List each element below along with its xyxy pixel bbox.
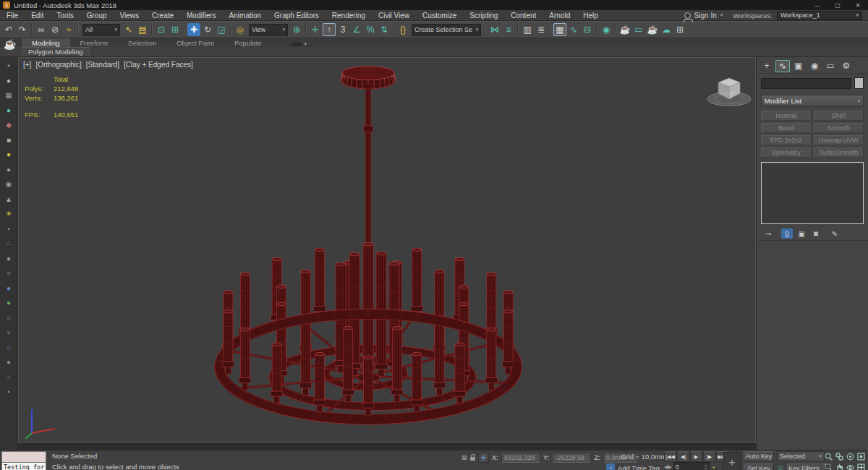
teapot-icon[interactable]: ☕ — [4, 38, 16, 50]
menu-animation[interactable]: Animation — [223, 12, 268, 20]
modifier-button-bend[interactable]: Bend — [761, 123, 812, 133]
mirror-icon[interactable]: ⋈ — [488, 23, 501, 36]
sphere-primitive-icon[interactable]: ● — [4, 75, 14, 86]
blue-ring-panel-icon[interactable]: ○ — [4, 342, 14, 353]
restore-button[interactable]: ▢ — [827, 0, 848, 10]
add-time-tag[interactable]: ◔ Add Time Tag — [606, 463, 660, 470]
tab-motion[interactable]: ◉ — [807, 60, 822, 72]
object-color-swatch[interactable] — [854, 77, 864, 89]
x-coordinate-field[interactable]: 93102,328 — [501, 453, 540, 463]
select-and-rotate-icon[interactable]: ↻ — [201, 23, 214, 36]
outline-panel-icon[interactable]: ○ — [4, 312, 14, 323]
modifier-button-turbosmooth[interactable]: TurboSmooth — [814, 148, 864, 158]
shapes-panel-icon[interactable]: ◆ — [4, 119, 14, 130]
ribbon-panel-toggle-icon[interactable]: ▪ — [4, 60, 14, 71]
state-sets-icon[interactable]: ⊞ — [673, 23, 686, 36]
pin-stack-icon[interactable]: ⊸ — [762, 228, 774, 239]
ribbon-tab-populate[interactable]: Populate — [224, 38, 272, 47]
cone-primitive-icon[interactable]: ▲ — [4, 194, 14, 205]
small-panel-icon[interactable]: ▪ — [4, 223, 14, 234]
listener-script-row[interactable]: Testing for i — [1, 463, 46, 470]
select-and-link-icon[interactable]: ∞ — [35, 23, 48, 36]
zoom-extents-all-icon[interactable] — [856, 451, 867, 462]
ribbon-tab-selection[interactable]: Selection — [118, 38, 166, 47]
named-selection-sets-dropdown[interactable]: Create Selection Se▾ — [412, 24, 481, 36]
make-unique-icon[interactable]: ▣ — [796, 228, 807, 239]
maxscript-mini-listener[interactable]: Testing for i — [1, 451, 46, 470]
rendered-frame-icon[interactable]: ▭ — [632, 23, 645, 36]
keyboard-override-icon[interactable]: ↑ — [323, 23, 336, 36]
grid-panel-icon[interactable]: ▦ — [4, 90, 14, 101]
menu-customize[interactable]: Customize — [416, 12, 463, 20]
current-frame-field[interactable]: 0 ▲▼ — [673, 462, 710, 470]
bottom-panel-icon[interactable]: ▪ — [4, 386, 14, 397]
viewcube[interactable] — [707, 78, 751, 106]
angle-snap-icon[interactable]: ∠ — [350, 23, 363, 36]
modifier-button-unwrap-uvw[interactable]: Unwrap UVW — [814, 135, 864, 145]
menu-rendering[interactable]: Rendering — [326, 12, 372, 20]
object-name-field[interactable] — [761, 78, 851, 89]
ribbon-toggle-icon[interactable]: ▦ — [553, 23, 566, 36]
modifier-button-symmetry[interactable]: Symmetry — [761, 148, 812, 158]
modifier-stack[interactable] — [761, 162, 864, 224]
maximize-viewport-icon[interactable] — [856, 462, 867, 470]
next-frame-button[interactable]: |▶ — [703, 451, 715, 462]
gray2-panel-icon[interactable]: ● — [4, 356, 14, 367]
material-editor-icon[interactable]: ◉ — [600, 23, 613, 36]
menu-help[interactable]: Help — [576, 12, 605, 20]
go-to-start-button[interactable]: |◀◀ — [664, 451, 676, 462]
percent-snap-icon[interactable]: % — [364, 23, 377, 36]
menu-graph-editors[interactable]: Graph Editors — [268, 12, 326, 20]
dark-panel-icon[interactable]: ● — [4, 327, 14, 338]
schematic-view-icon[interactable]: ⊟ — [581, 23, 594, 36]
reference-coordinate-dropdown[interactable]: View▾ — [249, 24, 288, 36]
modifier-button-normal[interactable]: Normal — [761, 111, 812, 121]
key-steps-clock-icon[interactable]: ◔ — [711, 463, 715, 470]
tab-display[interactable]: ▭ — [823, 60, 838, 72]
menu-edit[interactable]: Edit — [25, 12, 50, 20]
rectangular-selection-region-icon[interactable]: ⊡ — [155, 23, 168, 36]
dark-sphere-panel-icon[interactable]: ● — [4, 372, 14, 383]
blue-sphere-panel-icon[interactable]: ● — [4, 283, 14, 294]
dome-panel-icon[interactable]: ● — [4, 149, 14, 160]
menu-scripting[interactable]: Scripting — [463, 12, 504, 20]
box-primitive-icon[interactable]: ■ — [4, 134, 14, 145]
use-pivot-point-icon[interactable]: ⊕ — [290, 23, 303, 36]
set-key-button[interactable]: Set Key — [744, 463, 774, 470]
ring-panel-icon[interactable]: ○ — [4, 268, 14, 278]
tab-utilities[interactable]: ⚙ — [839, 60, 854, 72]
show-end-result-icon[interactable]: ▯ — [781, 228, 793, 239]
ribbon-display-toggle[interactable]: ▾ — [292, 41, 307, 47]
align-icon[interactable]: ≡ — [502, 23, 515, 36]
curve-editor-icon[interactable]: ∿ — [567, 23, 580, 36]
ribbon-tab-object-paint[interactable]: Object Paint — [166, 38, 224, 47]
geometry-panel-icon[interactable]: ● — [4, 164, 14, 175]
select-and-manipulate-icon[interactable]: ◎ — [234, 23, 247, 36]
orbit-icon[interactable] — [845, 462, 856, 470]
tab-hierarchy[interactable]: ▣ — [791, 60, 806, 72]
zoom-region-icon[interactable] — [823, 462, 834, 470]
edit-named-selection-sets-icon[interactable]: {} — [396, 23, 409, 36]
render-in-cloud-icon[interactable]: ☁ — [660, 23, 673, 36]
selection-lock-icon[interactable] — [470, 457, 475, 461]
scene-explorer-icon[interactable]: ▥ — [521, 23, 534, 36]
light-panel-icon[interactable]: ☀ — [4, 208, 14, 219]
green-panel-icon[interactable]: ● — [4, 297, 14, 308]
menu-file[interactable]: File — [0, 12, 25, 20]
viewport-menu-pov[interactable]: [Orthographic] — [35, 61, 81, 69]
menu-civil-view[interactable]: Civil View — [372, 12, 416, 20]
tab-modify[interactable]: ∿ — [775, 60, 790, 72]
tab-create[interactable]: + — [760, 60, 774, 72]
modifier-button-shell[interactable]: Shell — [814, 111, 864, 121]
snaps-toggle-icon[interactable]: ✛ — [309, 23, 322, 36]
sign-in-button[interactable]: Sign In ▾ — [678, 12, 729, 20]
auto-key-button[interactable]: Auto Key — [744, 451, 774, 461]
snaps-3d-icon[interactable]: 3 — [336, 23, 349, 36]
listener-macro-row[interactable] — [1, 451, 46, 463]
modifier-button-ffd-2x2x2[interactable]: FFD 2x2x2 — [761, 135, 812, 145]
bind-to-space-warp-icon[interactable]: ≈ — [62, 23, 75, 36]
ribbon-tab-modeling[interactable]: Modeling — [22, 38, 70, 47]
minimize-button[interactable]: — — [807, 0, 827, 10]
render-production-icon[interactable]: ☕ — [646, 23, 659, 36]
menu-views[interactable]: Views — [114, 12, 146, 20]
